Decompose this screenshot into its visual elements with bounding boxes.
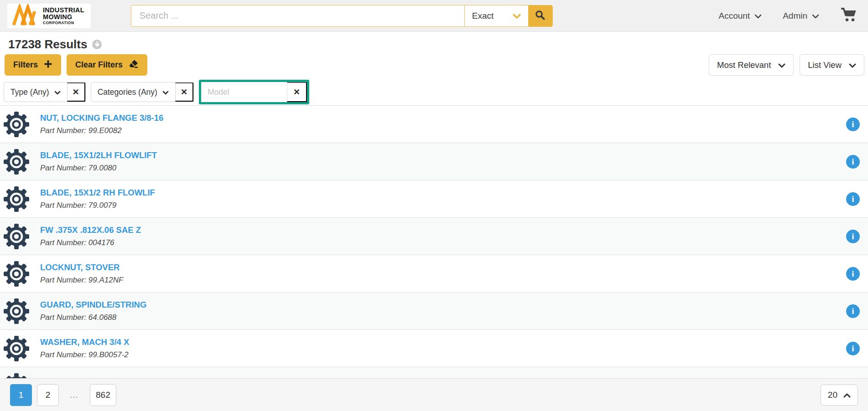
logo-zigzag-icon [12, 4, 38, 28]
part-number: Part Number: 79.0079 [40, 201, 155, 210]
page-button-2[interactable]: 2 [37, 384, 59, 406]
info-button[interactable]: i [846, 155, 860, 169]
info-button[interactable]: i [846, 192, 860, 206]
part-info: GUARD, SPINDLE/STRING Part Number: 64.06… [40, 300, 146, 322]
categories-filter-label: Categories (Any) [98, 87, 157, 97]
filter-chip-categories: Categories (Any) ✕ [91, 82, 194, 102]
gear-icon [4, 112, 29, 137]
cart-button[interactable] [840, 7, 857, 24]
results-header: 17238 Results [0, 32, 868, 53]
part-name-link[interactable]: GUARD, SPINDLE/STRING [40, 300, 146, 310]
categories-filter-select[interactable]: Categories (Any) [91, 82, 175, 102]
info-icon: i [852, 231, 854, 241]
page-button-1[interactable]: 1 [10, 384, 32, 406]
logo-line2: MOWING [43, 14, 84, 21]
view-select[interactable]: List View [800, 54, 864, 76]
logo-line3: CORPORATION [43, 21, 84, 25]
chevron-down-icon [162, 87, 169, 97]
close-icon: ✕ [181, 87, 187, 97]
categories-filter-remove-button[interactable]: ✕ [175, 82, 193, 102]
toolbar-right: Most Relevant List View [709, 54, 864, 76]
close-icon: ✕ [73, 87, 79, 97]
part-info: BLADE, 15X1/2LH FLOWLIFT Part Number: 79… [40, 150, 157, 173]
info-icon: i [852, 119, 854, 129]
chevron-down-icon [778, 60, 785, 70]
search-mode-select[interactable]: Exact [464, 5, 528, 26]
sort-select[interactable]: Most Relevant [709, 54, 794, 76]
info-button[interactable]: i [846, 267, 860, 281]
part-info: NUT, LOCKING FLANGE 3/8-16 Part Number: … [40, 113, 163, 135]
info-icon: i [852, 269, 854, 279]
pagination-ellipsis: … [64, 384, 85, 406]
nav-account-menu[interactable]: Account [718, 11, 762, 21]
logo-text: INDUSTRIAL MOWING CORPORATION [43, 7, 84, 25]
part-name-link[interactable]: WASHER, MACH 3/4 X [40, 337, 129, 347]
clear-filters-button[interactable]: Clear Filters [67, 54, 147, 76]
company-logo[interactable]: INDUSTRIAL MOWING CORPORATION [7, 4, 91, 28]
model-filter-input[interactable] [201, 82, 287, 102]
search-button[interactable] [528, 5, 552, 26]
part-name-link[interactable]: FW .375X .812X.06 SAE Z [40, 225, 141, 235]
info-button[interactable]: i [846, 230, 860, 243]
part-info: BLADE, 15X1/2 RH FLOWLIF Part Number: 79… [40, 188, 155, 210]
info-icon: i [852, 157, 854, 167]
part-row: NUT, LOCKING FLANGE 3/8-16 Part Number: … [0, 106, 868, 143]
model-filter-highlight: ✕ [199, 80, 309, 104]
view-select-value: List View [808, 60, 842, 70]
active-filters-row: Type (Any) ✕ Categories (Any) ✕ ✕ [0, 79, 868, 105]
part-number: Part Number: 99.A12NF [40, 276, 123, 285]
type-filter-remove-button[interactable]: ✕ [67, 82, 85, 102]
pagination-bar: 1 2 … 862 20 [0, 378, 868, 411]
part-name-link[interactable]: NUT, LOCKING FLANGE 3/8-16 [40, 113, 163, 123]
search-input[interactable] [131, 5, 464, 26]
part-info: FW .375X .812X.06 SAE Z Part Number: 004… [40, 225, 141, 247]
chevron-down-icon [54, 87, 61, 97]
chevron-down-icon [513, 11, 521, 21]
gear-icon [4, 186, 29, 212]
info-button[interactable]: i [846, 342, 860, 355]
part-number: Part Number: 004176 [40, 238, 141, 247]
download-icon [94, 41, 100, 49]
model-filter-remove-button[interactable]: ✕ [287, 82, 307, 102]
page-size-select[interactable]: 20 [821, 385, 858, 406]
chevron-up-icon [843, 390, 851, 400]
gear-icon [4, 261, 29, 287]
info-icon: i [852, 344, 854, 354]
part-row: LOCKNUT, STOVER Part Number: 99.A12NF i [0, 255, 868, 293]
logo-line1: INDUSTRIAL [43, 7, 84, 14]
gear-icon [4, 298, 29, 324]
clear-filters-label: Clear Filters [75, 60, 123, 70]
nav-admin-menu[interactable]: Admin [783, 11, 819, 21]
search-bar: Exact [131, 5, 553, 27]
info-button[interactable]: i [846, 304, 860, 318]
info-button[interactable]: i [846, 118, 860, 131]
type-filter-label: Type (Any) [10, 87, 49, 97]
nav-account-label: Account [718, 11, 750, 21]
gear-icon [4, 149, 29, 175]
part-name-link[interactable]: LOCKNUT, STOVER [40, 262, 123, 272]
app-header: INDUSTRIAL MOWING CORPORATION Exact Acco… [0, 0, 868, 32]
part-number: Part Number: 99.B0057-2 [40, 350, 129, 360]
magnifier-icon [535, 10, 546, 22]
shopping-cart-icon [840, 7, 857, 24]
part-number: Part Number: 64.0688 [40, 313, 146, 322]
part-name-link[interactable]: BLADE, 15X1/2LH FLOWLIFT [40, 150, 157, 160]
part-number: Part Number: 79.0080 [40, 164, 157, 173]
download-results-button[interactable] [92, 40, 102, 49]
page-button-last[interactable]: 862 [90, 384, 116, 406]
page-size-value: 20 [828, 390, 837, 400]
chevron-down-icon [812, 11, 819, 21]
results-count: 17238 Results [8, 37, 87, 51]
filters-button[interactable]: Filters [5, 54, 61, 76]
part-name-link[interactable]: BLADE, 15X1/2 RH FLOWLIF [40, 188, 155, 198]
chevron-down-icon [754, 11, 762, 21]
type-filter-select[interactable]: Type (Any) [4, 82, 67, 102]
gear-icon [4, 224, 29, 249]
part-info: WASHER, MACH 3/4 X Part Number: 99.B0057… [40, 337, 129, 360]
nav-admin-label: Admin [783, 11, 807, 21]
chevron-down-icon [849, 60, 856, 70]
search-mode-value: Exact [472, 11, 494, 21]
part-row: GUARD, SPINDLE/STRING Part Number: 64.06… [0, 293, 868, 330]
part-row: BLADE, 15X1/2LH FLOWLIFT Part Number: 79… [0, 143, 868, 180]
close-icon: ✕ [293, 87, 300, 97]
